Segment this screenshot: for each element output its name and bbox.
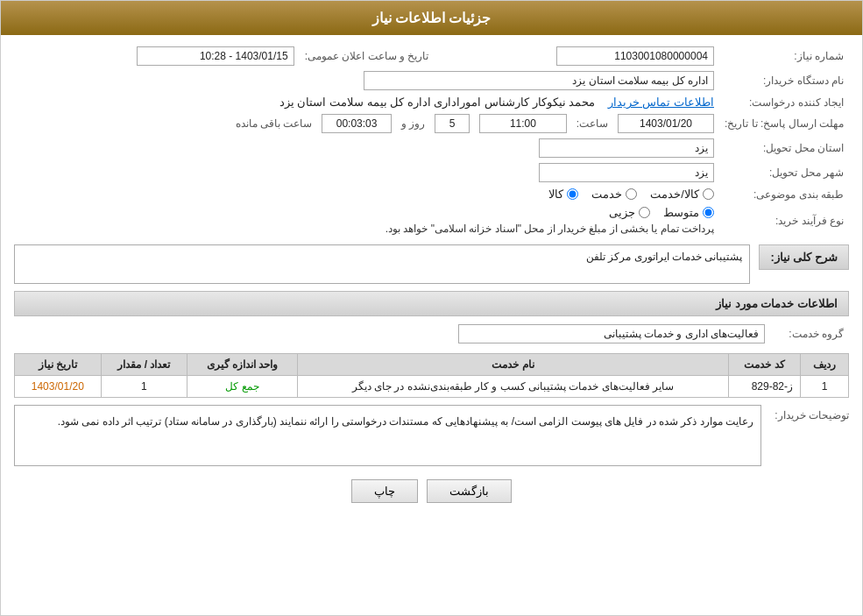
need-number-label: شماره نیاز: <box>719 44 849 68</box>
category-radio-kala-khedmat[interactable] <box>703 188 714 200</box>
deadline-date-input[interactable]: 1403/01/20 <box>618 114 714 133</box>
print-button[interactable]: چاپ <box>351 479 418 503</box>
category-radio-khedmat[interactable] <box>626 188 637 200</box>
purchase-type-label-jozi: جزیی <box>609 206 635 219</box>
services-table: ردیف کد خدمت نام خدمت واحد اندازه گیری ت… <box>14 353 849 398</box>
announcement-date-value: 1403/01/15 - 10:28 <box>14 44 300 68</box>
purchase-type-option-jozi[interactable]: جزیی <box>609 206 650 219</box>
col-header-unit: واحد اندازه گیری <box>187 354 298 376</box>
purchase-type-label: نوع فرآیند خرید: <box>719 203 849 237</box>
deadline-days-label: روز و <box>401 117 425 130</box>
general-desc-textarea[interactable]: پشتیبانی خدمات ایراتوری مرکز تلفن <box>14 244 750 284</box>
col-header-row: ردیف <box>801 354 849 376</box>
category-option-kala[interactable]: کالا <box>548 188 578 201</box>
general-desc-label: شرح کلی نیاز: <box>759 244 849 270</box>
purchase-type-note: پرداخت تمام یا بخشی از مبلغ خریدار از مح… <box>19 223 714 235</box>
table-row: 1 ز-82-829 سایر فعالیت‌های خدمات پشتیبان… <box>15 376 849 398</box>
announcement-date-input[interactable]: 1403/01/15 - 10:28 <box>137 46 294 66</box>
buyer-name-value: اداره کل بیمه سلامت استان یزد <box>14 68 719 93</box>
service-group-value: فعالیت‌های اداری و خدمات پشتیبانی <box>14 322 770 346</box>
buttons-row: بازگشت چاپ <box>14 479 849 503</box>
creator-contact-link[interactable]: اطلاعات تماس خریدار <box>608 96 714 109</box>
col-header-date: تاریخ نیاز <box>15 354 102 376</box>
buyer-notes-content: رعایت موارد ذکر شده در فایل های پیوست ال… <box>14 405 761 466</box>
announcement-date-label: تاریخ و ساعت اعلان عمومی: <box>300 44 435 68</box>
category-label-kala: کالا <box>548 188 563 201</box>
creator-value: محمد نیکوکار کارشناس اموراداری اداره کل … <box>279 96 596 109</box>
deadline-days-input[interactable]: 5 <box>435 114 470 133</box>
page-header: جزئیات اطلاعات نیاز <box>1 1 862 35</box>
buyer-notes-textarea[interactable]: رعایت موارد ذکر شده در فایل های پیوست ال… <box>14 405 761 466</box>
need-number-value: 1103001080000004 <box>434 44 719 68</box>
deadline-time-label: ساعت: <box>577 117 608 130</box>
col-header-name: نام خدمت <box>298 354 728 376</box>
deadline-time-input[interactable]: 11:00 <box>479 114 567 133</box>
category-radio-group: کالا/خدمت خدمت کالا <box>19 188 714 201</box>
buyer-notes-row: توضیحات خریدار: رعایت موارد ذکر شده در ف… <box>14 405 849 466</box>
creator-row: اطلاعات تماس خریدار محمد نیکوکار کارشناس… <box>14 93 719 111</box>
creator-label: ایجاد کننده درخواست: <box>719 93 849 111</box>
service-group-label: گروه خدمت: <box>770 322 849 346</box>
general-desc-row: شرح کلی نیاز: پشتیبانی خدمات ایراتوری مر… <box>14 244 849 284</box>
service-group-input[interactable]: فعالیت‌های اداری و خدمات پشتیبانی <box>458 324 765 343</box>
deadline-row: 1403/01/20 ساعت: 11:00 5 روز و 00:03:03 … <box>14 111 719 136</box>
cell-row-num: 1 <box>801 376 849 398</box>
purchase-type-row: متوسط جزیی پرداخت تمام یا بخشی از مبلغ خ… <box>14 203 719 237</box>
purchase-type-label-motavaset: متوسط <box>663 206 699 219</box>
general-desc-content: پشتیبانی خدمات ایراتوری مرکز تلفن <box>14 244 750 284</box>
remaining-value: 00:03:03 <box>322 114 392 133</box>
buyer-name-input[interactable]: اداره کل بیمه سلامت استان یزد <box>364 71 714 90</box>
purchase-type-radio-motavaset[interactable] <box>703 207 714 218</box>
category-radio-kala[interactable] <box>567 188 578 200</box>
cell-unit: جمع کل <box>187 376 298 398</box>
col-header-count: تعداد / مقدار <box>101 354 187 376</box>
buyer-notes-label: توضیحات خریدار: <box>770 405 849 421</box>
col-header-code: کد خدمت <box>728 354 800 376</box>
city-input[interactable]: یزد <box>539 163 714 182</box>
category-label-khedmat: خدمت <box>591 188 622 201</box>
remaining-label: ساعت باقی مانده <box>236 117 313 130</box>
category-label-kala-khedmat: کالا/خدمت <box>650 188 699 201</box>
category-option-khedmat[interactable]: خدمت <box>591 188 637 201</box>
city-label: شهر محل تحویل: <box>719 160 849 185</box>
deadline-label: مهلت ارسال پاسخ: تا تاریخ: <box>719 111 849 136</box>
main-info-table: شماره نیاز: 1103001080000004 تاریخ و ساع… <box>14 44 849 237</box>
cell-service-code: ز-82-829 <box>728 376 800 398</box>
buyer-name-label: نام دستگاه خریدار: <box>719 68 849 93</box>
page-title: جزئیات اطلاعات نیاز <box>372 11 492 25</box>
need-number-input[interactable]: 1103001080000004 <box>556 46 714 66</box>
city-value: یزد <box>14 160 719 185</box>
content-area: شماره نیاز: 1103001080000004 تاریخ و ساع… <box>1 35 862 520</box>
cell-service-name: سایر فعالیت‌های خدمات پشتیبانی کسب و کار… <box>298 376 728 398</box>
services-section-header: اطلاعات خدمات مورد نیاز <box>14 291 849 316</box>
service-group-table: گروه خدمت: فعالیت‌های اداری و خدمات پشتی… <box>14 322 849 346</box>
category-option-kala-khedmat[interactable]: کالا/خدمت <box>650 188 714 201</box>
back-button[interactable]: بازگشت <box>427 479 512 503</box>
page-wrapper: جزئیات اطلاعات نیاز شماره نیاز: 11030010… <box>0 0 863 616</box>
province-value: یزد <box>14 136 719 160</box>
purchase-type-radio-jozi[interactable] <box>639 207 650 218</box>
cell-count: 1 <box>101 376 187 398</box>
province-label: استان محل تحویل: <box>719 136 849 160</box>
purchase-type-option-motavaset[interactable]: متوسط <box>663 206 714 219</box>
category-label: طبقه بندی موضوعی: <box>719 185 849 203</box>
category-row: کالا/خدمت خدمت کالا <box>14 185 719 203</box>
cell-date: 1403/01/20 <box>15 376 102 398</box>
province-input[interactable]: یزد <box>539 138 714 158</box>
purchase-type-radio-group: متوسط جزیی <box>19 206 714 219</box>
